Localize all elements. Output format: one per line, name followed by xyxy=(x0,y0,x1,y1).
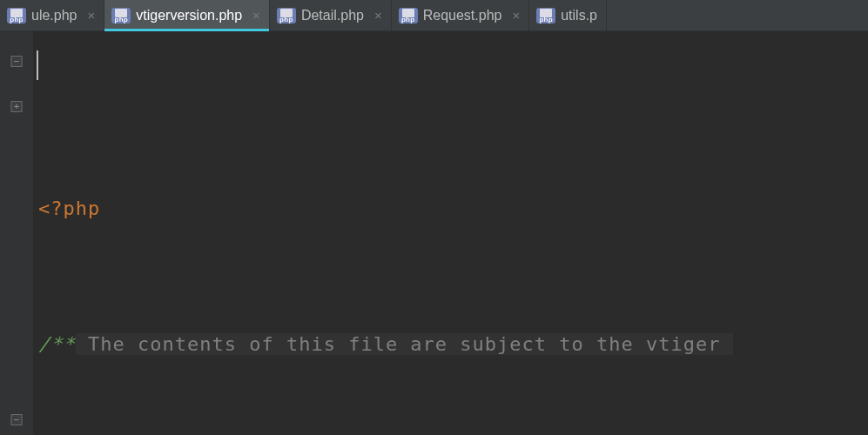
tab-bar: ule.php × vtigerversion.php × Detail.php… xyxy=(0,0,868,31)
php-icon xyxy=(399,8,418,23)
tab-request[interactable]: Request.php × xyxy=(392,0,530,30)
close-icon[interactable]: × xyxy=(512,8,520,23)
tab-label: Request.php xyxy=(423,8,502,23)
code-line: <?php xyxy=(38,186,868,231)
tab-vtigerversion[interactable]: vtigerversion.php × xyxy=(104,0,270,30)
close-icon[interactable]: × xyxy=(374,8,382,23)
tab-label: vtigerversion.php xyxy=(136,8,242,23)
code-line: /** The contents of this file are subjec… xyxy=(38,322,868,367)
tab-label: ule.php xyxy=(31,8,77,23)
tab-label: Detail.php xyxy=(301,8,364,23)
tab-utils[interactable]: utils.p xyxy=(529,0,607,30)
editor: − + − <?php /** The contents of this fil… xyxy=(0,31,868,435)
php-icon xyxy=(111,8,131,23)
code-area[interactable]: <?php /** The contents of this file are … xyxy=(33,31,868,435)
fold-expand-icon[interactable]: + xyxy=(11,101,23,112)
doc-text: The contents of this file are subject to… xyxy=(76,333,733,355)
php-icon xyxy=(277,8,296,23)
close-icon[interactable]: × xyxy=(88,8,96,23)
fold-collapse-icon[interactable]: − xyxy=(11,56,23,67)
text-cursor xyxy=(37,50,38,80)
gutter: − + − xyxy=(0,31,33,435)
php-icon xyxy=(536,8,555,23)
php-open-tag: <?php xyxy=(38,197,100,219)
doc-stars: /** xyxy=(38,333,76,355)
tab-detail[interactable]: Detail.php × xyxy=(270,0,392,30)
fold-collapse-icon[interactable]: − xyxy=(11,414,23,425)
php-icon xyxy=(7,8,26,23)
tab-ule[interactable]: ule.php × xyxy=(0,0,104,30)
tab-label: utils.p xyxy=(561,8,597,23)
close-icon[interactable]: × xyxy=(252,8,260,23)
